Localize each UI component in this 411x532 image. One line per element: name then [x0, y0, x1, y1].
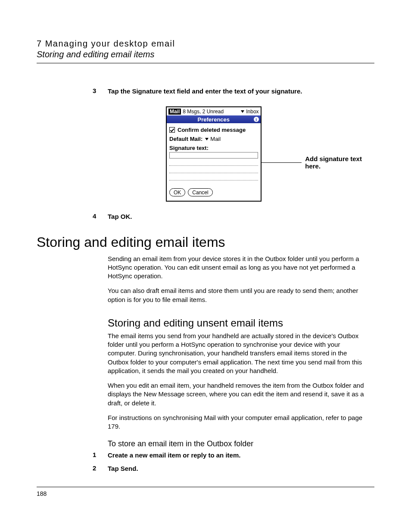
button-row: OK Cancel: [169, 180, 258, 197]
page-footer: 188: [37, 487, 374, 498]
step-number: 1: [93, 451, 108, 458]
preferences-title: Preferences: [198, 116, 230, 123]
step-number: 3: [93, 87, 108, 94]
step-row: 2 Tap Send.: [93, 464, 374, 473]
header-rule: [37, 63, 374, 63]
section-heading: Storing and editing email items: [37, 234, 374, 250]
confirm-delete-label: Confirm deleted message: [177, 127, 246, 133]
step-row: 4 Tap OK.: [93, 212, 374, 221]
mail-app-badge: Mail: [168, 109, 181, 115]
callout-text: Add signature text here.: [305, 155, 374, 170]
step-text: Tap OK.: [108, 212, 374, 221]
body-paragraph: When you edit an email item, your handhe…: [108, 381, 366, 408]
folder-label[interactable]: Inbox: [246, 109, 258, 115]
preferences-bar: Preferences i: [167, 115, 261, 123]
page-number: 188: [37, 490, 47, 497]
step-row: 3 Tap the Signature text field and enter…: [93, 87, 374, 96]
info-icon[interactable]: i: [254, 117, 259, 122]
document-page: 7 Managing your desktop email Storing an…: [0, 0, 411, 532]
default-mail-row: Default Mail: Mail: [169, 136, 258, 142]
signature-label: Signature text:: [169, 145, 258, 151]
step-text: Tap the Signature text field and enter t…: [108, 87, 374, 96]
checkbox-checked-icon[interactable]: [169, 127, 175, 133]
chapter-title: 7 Managing your desktop email: [37, 39, 374, 49]
body-paragraph: You can also draft email items and store…: [108, 286, 366, 304]
ok-button[interactable]: OK: [169, 188, 185, 196]
step-number: 2: [93, 464, 108, 472]
cancel-button[interactable]: Cancel: [188, 188, 212, 196]
title-bar: Mail 8 Msgs, 2 Unread Inbox: [167, 107, 261, 115]
confirm-delete-row[interactable]: Confirm deleted message: [169, 127, 258, 133]
step-text: Create a new email item or reply to an i…: [108, 451, 374, 460]
preferences-body: Confirm deleted message Default Mail: Ma…: [167, 123, 261, 201]
section-subtitle: Storing and editing email items: [37, 50, 374, 59]
default-mail-label: Default Mail:: [169, 136, 202, 142]
folder-dropdown-icon[interactable]: [241, 110, 244, 113]
signature-input[interactable]: [169, 152, 258, 159]
step-number: 4: [93, 212, 108, 220]
step-row: 1 Create a new email item or reply to an…: [93, 451, 374, 460]
running-header: 7 Managing your desktop email Storing an…: [37, 39, 374, 63]
callout: Add signature text here.: [262, 155, 374, 170]
device-screenshot: Mail 8 Msgs, 2 Unread Inbox Preferences …: [166, 106, 262, 202]
signature-line[interactable]: [169, 172, 258, 173]
message-count-label: 8 Msgs, 2 Unread: [183, 109, 224, 115]
body-paragraph: The email items you send from your handh…: [108, 332, 366, 375]
figure-area: Mail 8 Msgs, 2 Unread Inbox Preferences …: [37, 106, 374, 202]
body-paragraph: Sending an email item from your device s…: [108, 255, 366, 281]
procedure-heading: To store an email item in the Outbox fol…: [108, 439, 374, 448]
default-mail-value[interactable]: Mail: [210, 136, 221, 142]
footer-rule: [37, 487, 374, 487]
dropdown-icon[interactable]: [205, 138, 209, 140]
body-paragraph: For instructions on synchronising Mail w…: [108, 414, 366, 431]
signature-line[interactable]: [169, 165, 258, 166]
step-text: Tap Send.: [108, 464, 374, 473]
callout-leader-line: [262, 162, 302, 163]
subsection-heading: Storing and editing unsent email items: [108, 317, 374, 329]
